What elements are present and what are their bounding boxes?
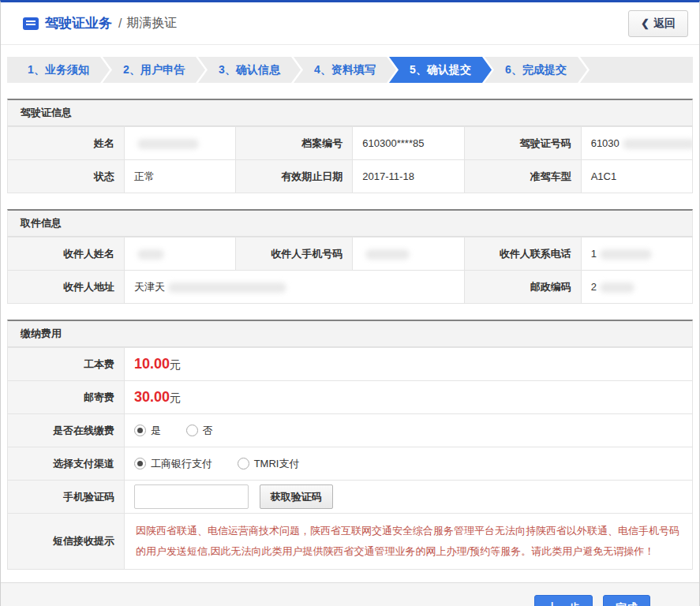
pay-channel-label: 选择支付渠道: [8, 447, 125, 481]
radio-channel-icbc-label: 工商银行支付: [151, 458, 212, 469]
currency-unit: 元: [170, 391, 181, 404]
redacted-recipient-phone: [600, 249, 652, 260]
expiry-value: 2017-11-18: [353, 160, 464, 193]
back-button[interactable]: ❮ 返回: [628, 10, 688, 37]
pickup-info-section: 取件信息 收件人姓名 收件人手机号码 收件人联系电话 1 收件人地址 天津天 邮…: [7, 209, 693, 304]
expiry-label: 有效期止日期: [236, 160, 353, 193]
recipient-name-label: 收件人姓名: [8, 238, 125, 271]
pickup-info-table: 收件人姓名 收件人手机号码 收件人联系电话 1 收件人地址 天津天 邮政编码 2: [7, 237, 693, 304]
payment-title: 缴纳费用: [7, 320, 693, 347]
tab-step-5-active[interactable]: 5、确认提交: [389, 57, 492, 83]
name-value: [125, 127, 236, 160]
postal-code-label: 邮政编码: [464, 271, 581, 304]
footer-bar: 上一步 完成: [1, 582, 699, 606]
status-label: 状态: [8, 160, 125, 193]
radio-online-no[interactable]: [186, 425, 198, 436]
radio-online-no-label: 否: [203, 425, 213, 436]
tab-step-1[interactable]: 1、业务须知: [7, 57, 110, 83]
page-header: 驾驶证业务 / 期满换证 ❮ 返回: [1, 2, 699, 45]
work-fee-label: 工本费: [8, 348, 125, 381]
file-no-value: 610300****85: [353, 127, 464, 160]
redacted-recipient-name: [137, 249, 164, 260]
tab-step-6[interactable]: 6、完成提交: [485, 57, 587, 83]
payment-section: 缴纳费用 工本费 10.00元 邮寄费 30.00元 是否在线缴费 是 否 选择…: [7, 320, 693, 570]
recipient-mobile-value: [353, 238, 464, 271]
recipient-address-value: 天津天: [125, 271, 465, 304]
radio-channel-tmri-label: TMRI支付: [254, 458, 300, 469]
table-row: 短信接收提示 因陕西省联通、电信运营商技术问题，陕西省互联网交通安全综合服务管理…: [8, 514, 693, 570]
license-no-prefix: 61030: [591, 137, 620, 149]
recipient-address-label: 收件人地址: [8, 271, 125, 304]
table-row: 收件人地址 天津天 邮政编码 2: [8, 271, 693, 304]
back-button-label: 返回: [653, 17, 676, 31]
online-pay-options: 是 否: [125, 414, 693, 447]
pickup-info-title: 取件信息: [7, 209, 693, 237]
recipient-phone-prefix: 1: [591, 248, 597, 260]
sms-tip-cell: 因陕西省联通、电信运营商技术问题，陕西省互联网交通安全综合服务管理平台无法向持陕…: [125, 514, 693, 570]
redacted-recipient-mobile: [365, 249, 410, 260]
payment-table: 工本费 10.00元 邮寄费 30.00元 是否在线缴费 是 否 选择支付渠道 …: [7, 347, 693, 570]
radio-channel-icbc[interactable]: [134, 458, 146, 469]
redacted-recipient-address: [168, 282, 286, 293]
tab-bar-filler: [580, 57, 693, 83]
status-value: 正常: [125, 160, 236, 193]
mail-fee-value: 30.00元: [125, 381, 693, 414]
finish-button[interactable]: 完成: [603, 595, 650, 606]
table-row: 工本费 10.00元: [8, 348, 693, 381]
mail-fee-label: 邮寄费: [8, 381, 125, 414]
sms-tip-text: 因陕西省联通、电信运营商技术问题，陕西省互联网交通安全综合服务管理平台无法向持陕…: [136, 525, 679, 557]
recipient-phone-label: 收件人联系电话: [464, 238, 581, 271]
page-title: 驾驶证业务: [45, 14, 112, 32]
recipient-name-value: [125, 238, 236, 271]
sms-code-label: 手机验证码: [8, 481, 125, 514]
work-fee-value: 10.00元: [125, 348, 693, 381]
recipient-mobile-label: 收件人手机号码: [236, 238, 353, 271]
table-row: 收件人姓名 收件人手机号码 收件人联系电话 1: [8, 238, 693, 271]
table-row: 状态 正常 有效期止日期 2017-11-18 准驾车型 A1C1: [8, 160, 693, 193]
license-info-section: 驾驶证信息 姓名 档案编号 610300****85 驾驶证号码 61030X …: [7, 99, 693, 193]
currency-unit: 元: [170, 358, 181, 371]
form-list-icon: [23, 17, 39, 30]
breadcrumb-current: 期满换证: [126, 15, 177, 32]
chevron-left-icon: ❮: [641, 17, 649, 29]
license-no-label: 驾驶证号码: [464, 127, 581, 160]
page: 驾驶证业务 / 期满换证 ❮ 返回 1、业务须知 2、用户申告 3、确认信息 4…: [0, 0, 700, 606]
table-row: 是否在线缴费 是 否: [8, 414, 693, 447]
recipient-phone-value: 1: [581, 238, 692, 271]
license-info-table: 姓名 档案编号 610300****85 驾驶证号码 61030X 状态 正常 …: [7, 126, 693, 193]
step-tabs: 1、业务须知 2、用户申告 3、确认信息 4、资料填写 5、确认提交 6、完成提…: [7, 57, 693, 83]
radio-online-yes-label: 是: [151, 425, 161, 436]
license-info-title: 驾驶证信息: [7, 99, 693, 126]
tab-step-4[interactable]: 4、资料填写: [294, 57, 396, 83]
redacted-postal-code: [600, 282, 634, 293]
sms-tip-label: 短信接收提示: [8, 514, 125, 570]
table-row: 邮寄费 30.00元: [8, 381, 693, 414]
breadcrumb-separator: /: [118, 17, 122, 31]
sms-code-field-cell: 获取验证码: [125, 481, 693, 514]
postal-code-prefix: 2: [591, 281, 597, 293]
postal-code-value: 2: [581, 271, 692, 304]
radio-online-yes[interactable]: [134, 425, 146, 436]
vehicle-class-label: 准驾车型: [464, 160, 581, 193]
work-fee-amount: 10.00: [134, 356, 170, 372]
redacted-license-no: [623, 139, 693, 149]
name-label: 姓名: [8, 127, 125, 160]
file-no-label: 档案编号: [236, 127, 353, 160]
sms-code-input[interactable]: [134, 484, 249, 509]
tab-step-3[interactable]: 3、确认信息: [198, 57, 301, 83]
mail-fee-amount: 30.00: [134, 389, 170, 405]
recipient-address-prefix: 天津天: [134, 281, 165, 293]
table-row: 姓名 档案编号 610300****85 驾驶证号码 61030X: [8, 127, 693, 160]
tab-step-2[interactable]: 2、用户申告: [103, 57, 205, 83]
vehicle-class-value: A1C1: [581, 160, 692, 193]
redacted-name: [137, 139, 199, 149]
table-row: 选择支付渠道 工商银行支付 TMRI支付: [8, 447, 693, 481]
online-pay-label: 是否在线缴费: [8, 414, 125, 447]
table-row: 手机验证码 获取验证码: [8, 481, 693, 514]
get-code-button[interactable]: 获取验证码: [260, 484, 333, 509]
license-no-value: 61030X: [581, 127, 692, 160]
radio-channel-tmri[interactable]: [238, 458, 249, 469]
previous-step-button[interactable]: 上一步: [534, 595, 593, 606]
pay-channel-options: 工商银行支付 TMRI支付: [125, 447, 693, 481]
